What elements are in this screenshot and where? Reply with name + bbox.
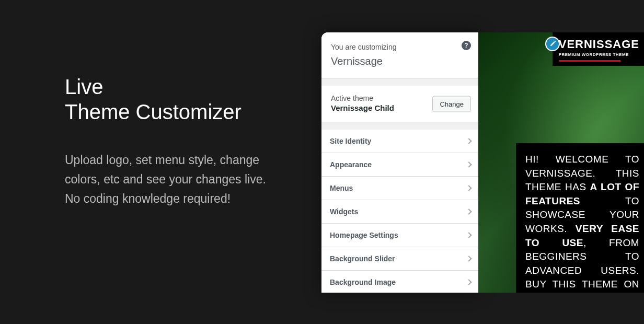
brand-name: VERNISSAGE — [559, 38, 639, 51]
promo-text: Live Theme Customizer Upload logo, set m… — [65, 74, 274, 208]
help-icon[interactable]: ? — [462, 41, 471, 50]
customizer-header: You are customizing Vernissage ? — [321, 32, 478, 78]
section-background-slider[interactable]: Background Slider — [321, 247, 478, 271]
section-label: Menus — [330, 184, 353, 192]
section-site-identity[interactable]: Site Identity — [321, 130, 478, 153]
customizing-label: You are customizing — [331, 43, 469, 51]
section-label: Widgets — [330, 207, 358, 216]
chevron-right-icon — [466, 185, 472, 191]
customizer-panel: You are customizing Vernissage ? Active … — [321, 32, 478, 293]
welcome-box: HI! WELCOME TO VERNISSAGE. THIS THEME HA… — [516, 143, 644, 293]
promo-title-line1: Live — [65, 75, 103, 98]
active-theme-row: Active theme Vernissage Child Change — [321, 86, 478, 122]
chevron-right-icon — [466, 161, 472, 167]
chevron-right-icon — [466, 256, 472, 261]
chevron-right-icon — [466, 209, 472, 214]
section-widgets[interactable]: Widgets — [321, 200, 478, 224]
promo-description: Upload logo, set menu style, change colo… — [65, 151, 274, 208]
section-homepage-settings[interactable]: Homepage Settings — [321, 224, 478, 247]
section-background-image[interactable]: Background Image — [321, 271, 478, 293]
promo-title-line2: Theme Customizer — [65, 100, 242, 123]
chevron-right-icon — [466, 138, 472, 144]
section-label: Site Identity — [330, 137, 371, 145]
logo-text: VERNISSAGE PREMIUM WORDPRESS THEME — [559, 38, 639, 62]
section-label: Appearance — [330, 160, 372, 169]
section-list: Site Identity Appearance Menus Widgets H… — [321, 130, 478, 293]
section-appearance[interactable]: Appearance — [321, 153, 478, 177]
edit-shortcut-icon[interactable] — [545, 37, 560, 51]
chevron-right-icon — [466, 232, 472, 238]
change-theme-button[interactable]: Change — [432, 96, 471, 112]
logo-box: VERNISSAGE PREMIUM WORDPRESS THEME — [553, 32, 644, 66]
logo-underline — [559, 60, 620, 62]
customizing-theme: Vernissage — [331, 55, 383, 67]
live-preview: VERNISSAGE PREMIUM WORDPRESS THEME HI! W… — [478, 32, 644, 293]
brand-tagline: PREMIUM WORDPRESS THEME — [559, 52, 639, 57]
chevron-right-icon — [466, 279, 472, 285]
section-label: Background Image — [330, 278, 396, 286]
promo-title: Live Theme Customizer — [65, 74, 274, 124]
section-menus[interactable]: Menus — [321, 177, 478, 200]
section-label: Background Slider — [330, 254, 395, 263]
section-label: Homepage Settings — [330, 231, 398, 239]
